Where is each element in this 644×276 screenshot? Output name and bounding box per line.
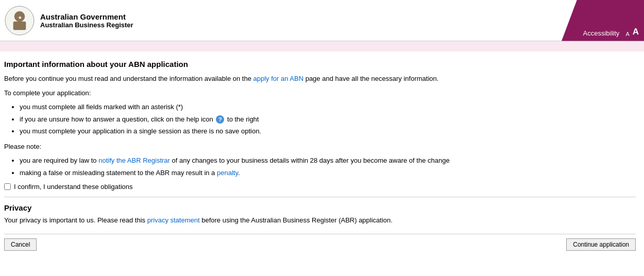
main-content: Important information about your ABN app…: [0, 51, 644, 263]
apply-for-abn-link[interactable]: apply for an ABN: [253, 75, 303, 82]
list-item-asterisk: you must complete all fields marked with…: [20, 102, 636, 112]
header-gov-title: Australian Government: [40, 12, 133, 21]
section-divider: [4, 197, 636, 197]
header: ★ Australian Government Australian Busin…: [0, 0, 644, 41]
to-complete-label: To complete your application:: [4, 88, 636, 98]
header-right: Accessibility A A: [562, 0, 644, 41]
privacy-statement-link[interactable]: privacy statement: [147, 216, 200, 224]
coat-of-arms-icon: ★: [4, 5, 35, 36]
header-left: ★ Australian Government Australian Busin…: [4, 5, 133, 36]
svg-rect-2: [13, 22, 26, 30]
help-icon[interactable]: ?: [216, 115, 224, 124]
confirm-section: I confirm, I understand these obligation…: [4, 183, 636, 191]
note-list-item-notify: you are required by law to notify the AB…: [20, 156, 636, 166]
notify-abr-link[interactable]: notify the ABR Registrar: [98, 157, 170, 164]
note-list: you are required by law to notify the AB…: [20, 156, 636, 178]
header-abr-title: Australian Business Register: [40, 21, 133, 29]
intro-text-before: Before you continue you must read and un…: [4, 75, 253, 82]
to-complete-list: you must complete all fields marked with…: [20, 102, 636, 136]
privacy-paragraph: Your privacy is important to us. Please …: [4, 215, 636, 226]
please-note-label: Please note:: [4, 142, 636, 152]
intro-text-after: page and have all the necessary informat…: [303, 75, 438, 82]
privacy-section: Privacy Your privacy is important to us.…: [4, 203, 636, 226]
accessibility-corner: Accessibility A A: [562, 0, 644, 41]
font-size-large-button[interactable]: A: [633, 27, 639, 37]
privacy-heading: Privacy: [4, 203, 636, 212]
confirm-label[interactable]: I confirm, I understand these obligation…: [14, 183, 133, 191]
note-list-item-penalty: making a false or misleading statement t…: [20, 168, 636, 178]
page-heading: Important information about your ABN app…: [4, 60, 636, 68]
svg-text:★: ★: [18, 15, 22, 20]
cancel-button[interactable]: Cancel: [4, 238, 37, 251]
continue-button[interactable]: Continue application: [566, 238, 636, 251]
confirm-checkbox[interactable]: [4, 183, 11, 190]
font-size-small-button[interactable]: A: [625, 31, 629, 37]
list-item-single-session: you must complete your application in a …: [20, 126, 636, 136]
accessibility-label: Accessibility: [583, 29, 620, 37]
intro-paragraph: Before you continue you must read and un…: [4, 74, 636, 84]
buttons-row: Cancel Continue application: [4, 234, 636, 255]
list-item-help-icon: if you are unsure how to answer a questi…: [20, 114, 636, 125]
header-text: Australian Government Australian Busines…: [40, 12, 133, 29]
penalty-link[interactable]: penalty: [217, 169, 238, 177]
decorative-bar: [0, 41, 644, 51]
